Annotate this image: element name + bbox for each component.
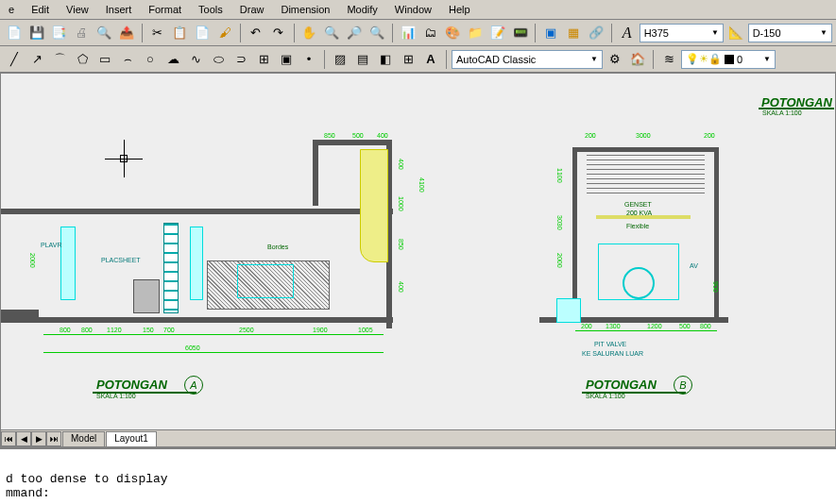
dim-style-value: D-150 (753, 27, 781, 39)
color-swatch (725, 55, 734, 64)
xline-icon[interactable]: ↗ (26, 49, 47, 70)
section-b-title: POTONGAN (586, 378, 657, 392)
zoom-win-icon[interactable]: 🔎 (344, 23, 365, 43)
workspace-settings-icon[interactable]: ⚙ (605, 49, 625, 70)
dimline-a2 (43, 352, 384, 353)
plot-icon[interactable]: 🖨 (71, 23, 92, 43)
tab-last-icon[interactable]: ⏭ (46, 431, 61, 446)
dim-500-ta: 500 (352, 132, 364, 139)
menu-draw[interactable]: Draw (231, 2, 273, 17)
command-history-line: d too dense to display (6, 472, 830, 486)
block-icon[interactable]: ▣ (540, 23, 561, 43)
point-icon[interactable]: • (299, 49, 319, 70)
dim-400-ta: 400 (377, 132, 388, 139)
undo-icon[interactable]: ↶ (246, 23, 266, 43)
spline-icon[interactable]: ∿ (185, 49, 206, 70)
tab-layout1[interactable]: Layout1 (106, 431, 157, 446)
workspace-dropdown[interactable]: AutoCAD Classic ▼ (452, 50, 603, 69)
hatch-icon[interactable]: ▨ (330, 49, 350, 70)
dim-800a: 800 (60, 327, 71, 333)
tab-model[interactable]: Model (62, 431, 105, 446)
dim-1120: 1120 (107, 327, 122, 333)
paste-icon[interactable]: 📄 (192, 23, 213, 43)
ssm-icon[interactable]: 📁 (465, 23, 486, 43)
menu-tools[interactable]: Tools (190, 2, 231, 17)
menu-view[interactable]: View (58, 2, 97, 17)
zoom-rt-icon[interactable]: 🔍 (321, 23, 342, 43)
menu-format[interactable]: Format (140, 2, 190, 17)
section-b-letter: B (674, 376, 692, 395)
menu-file[interactable]: e (0, 2, 23, 17)
ellipse-icon[interactable]: ⬭ (208, 49, 229, 70)
dimline-a1 (43, 334, 384, 335)
tab-next-icon[interactable]: ▶ (31, 431, 46, 446)
rectangle-icon[interactable]: ▭ (94, 49, 115, 70)
region-icon[interactable]: ◧ (375, 49, 396, 70)
separator (446, 50, 447, 69)
genset-body-a (237, 264, 294, 298)
hyperlink-icon[interactable]: 🔗 (586, 23, 606, 43)
dimstyle-icon[interactable]: 📐 (725, 23, 746, 43)
preview-icon[interactable]: 🔍 (94, 23, 114, 43)
redo-icon[interactable]: ↷ (268, 23, 289, 43)
menu-window[interactable]: Window (386, 2, 440, 17)
line-icon[interactable]: ╱ (4, 49, 25, 70)
sheetset-icon[interactable]: 📑 (49, 23, 70, 43)
layer-dropdown[interactable]: 💡 ☀ 🔒 0 ▼ (681, 50, 776, 69)
workspace-lock-icon[interactable]: 🏠 (627, 49, 648, 70)
toolpalettes-icon[interactable]: 🎨 (442, 23, 463, 43)
revcloud-icon[interactable]: ☁ (162, 49, 183, 70)
mtext-icon[interactable]: A (420, 49, 441, 70)
dim-200b: 200 (581, 323, 592, 329)
dim-2500: 2500 (239, 327, 254, 333)
layers-icon[interactable]: ≋ (658, 49, 679, 70)
gradient-icon[interactable]: ▤ (352, 49, 373, 70)
text-style-value: H375 (644, 27, 669, 39)
pit-box (556, 298, 581, 323)
section-a-sub: SKALA 1:100 (96, 393, 136, 399)
zoom-prev-icon[interactable]: 🔍 (367, 23, 387, 43)
calc-icon[interactable]: 📟 (510, 23, 531, 43)
chevron-down-icon: ▼ (590, 55, 598, 63)
tab-first-icon[interactable]: ⏮ (1, 431, 16, 446)
match-icon[interactable]: 🖌 (214, 23, 235, 43)
text-style-dropdown[interactable]: H375 ▼ (640, 24, 724, 42)
menu-dimension[interactable]: Dimension (272, 2, 338, 17)
table-icon[interactable]: ⊞ (398, 49, 418, 70)
xref-icon[interactable]: ▦ (563, 23, 584, 43)
publish-icon[interactable]: 📤 (116, 23, 137, 43)
tab-prev-icon[interactable]: ◀ (16, 431, 31, 446)
dim-style-dropdown[interactable]: D-150 ▼ (748, 24, 832, 42)
dim-700: 700 (163, 327, 175, 333)
properties-icon[interactable]: 📊 (398, 23, 418, 43)
dim-1200b: 1200 (647, 323, 662, 329)
command-window[interactable]: d too dense to display mmand: (0, 447, 836, 504)
separator (535, 24, 536, 42)
new-icon[interactable]: 📄 (4, 23, 25, 43)
markup-icon[interactable]: 📝 (487, 23, 508, 43)
dim-800b: 800 (81, 327, 93, 333)
polyline-icon[interactable]: ⌒ (49, 49, 70, 70)
pan-icon[interactable]: ✋ (299, 23, 320, 43)
textstyle-icon[interactable]: A (617, 23, 638, 43)
copy-icon[interactable]: 📋 (170, 23, 191, 43)
cut-icon[interactable]: ✂ (147, 23, 168, 43)
section-b-sub: SKALA 1:100 (586, 393, 625, 399)
menu-insert[interactable]: Insert (97, 2, 141, 17)
block-insert-icon[interactable]: ⊞ (253, 49, 274, 70)
drawing-canvas[interactable]: POTONGAN SKALA 1:100 PLAVR PLACSHEET Bor… (0, 73, 836, 447)
section-a-letter: A (184, 376, 203, 395)
dimline-b1 (575, 330, 717, 331)
menu-edit[interactable]: Edit (23, 2, 58, 17)
menu-help[interactable]: Help (440, 2, 479, 17)
toolbar-draw: ╱ ↗ ⌒ ⬠ ▭ ⌢ ○ ☁ ∿ ⬭ ⊃ ⊞ ▣ • ▨ ▤ ◧ ⊞ A Au… (0, 46, 836, 73)
make-block-icon[interactable]: ▣ (276, 49, 297, 70)
designcenter-icon[interactable]: 🗂 (419, 23, 440, 43)
save-icon[interactable]: 💾 (26, 23, 47, 43)
arc-icon[interactable]: ⌢ (117, 49, 138, 70)
layer-name: 0 (737, 54, 742, 65)
ellipse-arc-icon[interactable]: ⊃ (230, 49, 251, 70)
menu-modify[interactable]: Modify (338, 2, 385, 17)
circle-icon[interactable]: ○ (140, 49, 161, 70)
polygon-icon[interactable]: ⬠ (72, 49, 93, 70)
